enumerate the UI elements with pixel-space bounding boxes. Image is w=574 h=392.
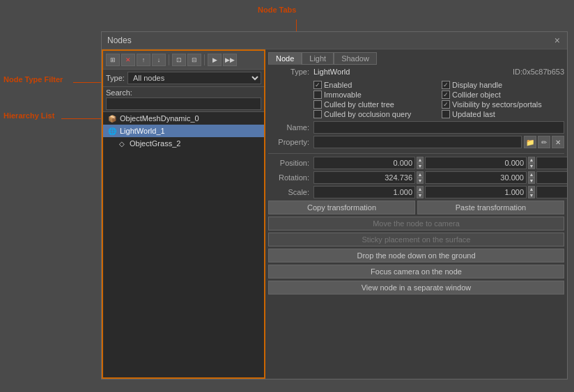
toolbar-btn-expand[interactable]: ▶ <box>208 54 222 66</box>
cb-collider[interactable]: Collider object <box>442 91 564 99</box>
search-input[interactable] <box>106 97 261 110</box>
cb-enabled-box[interactable] <box>313 81 322 89</box>
hierarchy-list-annotation: Hierarchy List <box>3 111 54 120</box>
toolbar-btn-expand-all[interactable]: ▶▶ <box>223 54 237 66</box>
cb-updated-last-box[interactable] <box>442 110 450 118</box>
cb-display-handle-label: Display handle <box>452 81 502 89</box>
toolbar-btn-paste[interactable]: ⊟ <box>187 54 201 66</box>
tree-item-lightworld[interactable]: 🌐 LightWorld_1 <box>103 125 264 137</box>
property-browse-button[interactable]: 📁 <box>524 136 536 148</box>
view-separate-window-button[interactable]: View node in a separate window <box>268 281 564 295</box>
toolbar: ⊞ ✕ ↑ ↓ ⊡ ⊟ ▶ ▶▶ <box>103 51 264 70</box>
position-z-input[interactable] <box>536 157 567 169</box>
toolbar-btn-grid[interactable]: ⊞ <box>106 54 120 66</box>
name-input[interactable] <box>313 121 564 134</box>
cb-display-handle-box[interactable] <box>442 81 450 89</box>
scale-x-up[interactable]: ▲ <box>417 186 424 192</box>
cb-occlusion-box[interactable] <box>313 110 322 118</box>
position-label: Position: <box>268 159 313 167</box>
position-y-input[interactable] <box>425 157 527 169</box>
rotation-x-up[interactable]: ▲ <box>417 171 424 178</box>
type-prop-label: Type: <box>268 68 313 76</box>
rotation-x-input[interactable] <box>313 171 415 184</box>
focus-camera-button[interactable]: Focus camera on the node <box>268 265 564 279</box>
toolbar-btn-delete[interactable]: ✕ <box>121 54 135 66</box>
tab-light[interactable]: Light <box>302 52 334 65</box>
property-edit-button[interactable]: ✏ <box>538 136 550 148</box>
cb-visibility-box[interactable] <box>442 100 450 109</box>
paste-transformation-button[interactable]: Paste transformation <box>417 201 564 214</box>
cb-display-handle[interactable]: Display handle <box>442 81 564 89</box>
scale-y-down[interactable]: ▼ <box>528 192 535 198</box>
position-x-input[interactable] <box>313 157 415 169</box>
rotation-x-spinner: ▲ ▼ <box>417 171 424 184</box>
scale-y-input[interactable] <box>425 186 527 198</box>
annotation-line-type-filter <box>73 82 104 83</box>
toolbar-separator-2 <box>204 54 205 65</box>
cb-enabled[interactable]: Enabled <box>313 81 436 89</box>
sticky-placement-button[interactable]: Sticky placement on the surface <box>268 233 564 246</box>
position-x-field: ▲ ▼ <box>313 157 424 169</box>
rotation-z-input[interactable] <box>536 171 567 184</box>
scale-x-down[interactable]: ▼ <box>417 192 424 198</box>
toolbar-btn-copy[interactable]: ⊡ <box>172 54 186 66</box>
position-y-down[interactable]: ▼ <box>528 163 535 169</box>
cb-immovable-box[interactable] <box>313 91 322 99</box>
tab-shadow[interactable]: Shadow <box>334 52 377 65</box>
dialog-close-button[interactable]: × <box>553 35 561 46</box>
tab-bar: Node Light Shadow <box>268 52 564 65</box>
tree-item-lightworld-label: LightWorld_1 <box>120 127 165 135</box>
rotation-y-down[interactable]: ▼ <box>528 178 535 184</box>
rotation-row: Rotation: ▲ ▼ ▲ ▼ <box>268 171 564 184</box>
cb-visibility-label: Visibility by sectors/portals <box>452 100 542 109</box>
toolbar-separator-1 <box>169 54 169 65</box>
toolbar-btn-down[interactable]: ↓ <box>152 54 166 66</box>
annotation-line-hierarchy <box>61 118 103 119</box>
drop-down-button[interactable]: Drop the node down on the ground <box>268 249 564 262</box>
cb-collider-box[interactable] <box>442 91 450 99</box>
cb-occlusion[interactable]: Culled by occlusion query <box>313 110 436 118</box>
cb-immovable[interactable]: Immovable <box>313 91 436 99</box>
position-x-up[interactable]: ▲ <box>417 157 424 163</box>
property-input[interactable] <box>313 136 522 148</box>
scale-x-input[interactable] <box>313 186 415 198</box>
tab-node[interactable]: Node <box>268 52 302 65</box>
rotation-y-spinner: ▲ ▼ <box>528 171 535 184</box>
dialog-content: ⊞ ✕ ↑ ↓ ⊡ ⊟ ▶ ▶▶ Type: All nodes Searc <box>102 49 567 379</box>
scale-y-up[interactable]: ▲ <box>528 186 535 192</box>
tree-item-mesh[interactable]: 📦 ObjectMeshDynamic_0 <box>103 112 264 125</box>
node-id: ID:0x5c87b653 <box>513 68 564 76</box>
hierarchy-list[interactable]: 📦 ObjectMeshDynamic_0 🌐 LightWorld_1 ◇ O… <box>103 112 264 377</box>
move-to-camera-button[interactable]: Move the node to camera <box>268 217 564 230</box>
rotation-y-up[interactable]: ▲ <box>528 171 535 178</box>
type-row: Type: LightWorld ID:0x5c87b653 <box>268 68 564 76</box>
name-field-row: Name: <box>268 121 564 134</box>
tree-item-grass[interactable]: ◇ ObjectGrass_2 <box>103 137 264 150</box>
transform-buttons-row: Copy transformation Paste transformation <box>268 201 564 214</box>
cb-occlusion-label: Culled by occlusion query <box>324 110 411 118</box>
scale-row: Scale: ▲ ▼ ▲ ▼ <box>268 186 564 198</box>
property-clear-button[interactable]: ✕ <box>552 136 564 148</box>
scale-z-input[interactable] <box>536 186 567 198</box>
cb-visibility[interactable]: Visibility by sectors/portals <box>442 100 564 109</box>
copy-transformation-button[interactable]: Copy transformation <box>268 201 415 214</box>
rotation-y-input[interactable] <box>425 171 527 184</box>
dialog-titlebar: Nodes × <box>102 32 567 49</box>
cb-updated-last[interactable]: Updated last <box>442 110 564 118</box>
cb-clutter-box[interactable] <box>313 100 322 109</box>
right-panel: Node Light Shadow Type: LightWorld ID:0x… <box>265 49 567 379</box>
position-y-spinner: ▲ ▼ <box>528 157 535 169</box>
rotation-label: Rotation: <box>268 173 313 182</box>
rotation-x-down[interactable]: ▼ <box>417 178 424 184</box>
position-y-up[interactable]: ▲ <box>528 157 535 163</box>
position-x-down[interactable]: ▼ <box>417 163 424 169</box>
cb-enabled-label: Enabled <box>324 81 352 89</box>
rotation-x-field: ▲ ▼ <box>313 171 424 184</box>
search-row: Search: <box>103 87 264 112</box>
node-tabs-annotation: Node Tabs <box>258 6 296 14</box>
toolbar-btn-up[interactable]: ↑ <box>137 54 150 66</box>
type-filter-select[interactable]: All nodes <box>127 72 261 84</box>
tree-item-grass-label: ObjectGrass_2 <box>130 139 180 148</box>
tree-item-mesh-label: ObjectMeshDynamic_0 <box>120 114 199 123</box>
cb-clutter[interactable]: Culled by clutter tree <box>313 100 436 109</box>
